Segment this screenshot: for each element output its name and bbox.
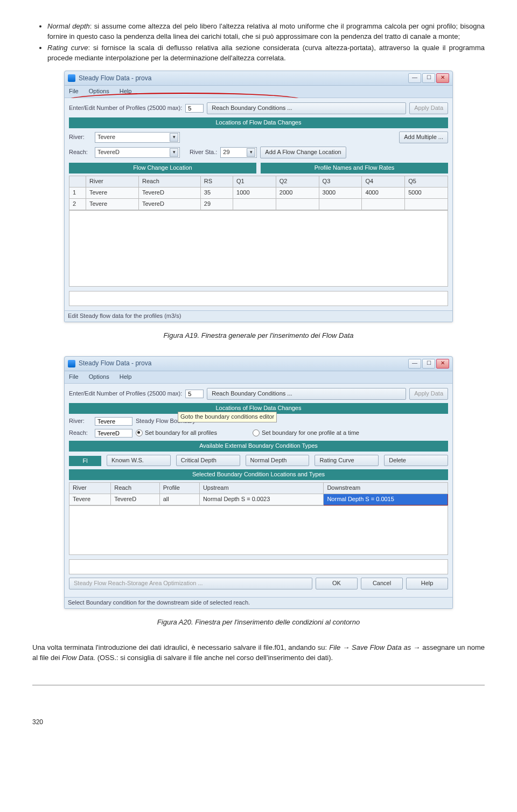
fig19-caption: Figura A19. Finestra generale per l'inse… <box>32 331 485 341</box>
river-label: River: <box>69 417 92 426</box>
page-number: 320 <box>32 718 485 727</box>
reach-value: TevereD <box>97 148 170 157</box>
profiles-label: Enter/Edit Number of Profiles (25000 max… <box>69 390 182 398</box>
maximize-button[interactable]: ☐ <box>422 359 435 369</box>
table-row[interactable]: 1 Tevere TevereD 35 1000 2000 3000 4000 … <box>69 188 448 199</box>
window-title: Steady Flow Data - prova <box>79 359 408 368</box>
window-title: Steady Flow Data - prova <box>79 74 408 83</box>
menu-help[interactable]: Help <box>120 373 132 380</box>
delete-button[interactable]: Delete <box>384 455 448 467</box>
col-reach: Reach <box>111 483 160 494</box>
table-row[interactable]: 2 Tevere TevereD 29 <box>69 199 448 210</box>
table-row[interactable]: Tevere TevereD all Normal Depth S = 0.00… <box>69 494 448 505</box>
col-upstream: Upstream <box>199 483 324 494</box>
empty-grid-area <box>69 505 448 555</box>
col-downstream: Downstream <box>324 483 448 494</box>
col-river: River <box>86 176 139 188</box>
downstream-cell-selected[interactable]: Normal Depth S = 0.0015 <box>324 494 448 505</box>
fig20-caption: Figura A20. Finestra per l'inserimento d… <box>32 617 485 628</box>
col-q4: Q4 <box>362 176 405 188</box>
radio-all-profiles[interactable]: Set boundary for all profiles <box>136 429 217 438</box>
app-icon <box>68 360 75 367</box>
menu-options[interactable]: Options <box>89 373 109 380</box>
col-river: River <box>69 483 111 494</box>
col-profile: Profile <box>159 483 199 494</box>
storage-opt-button[interactable]: Steady Flow Reach-Storage Area Optimizat… <box>69 578 312 589</box>
bullet-item: Rating curve: si fornisce la scala di de… <box>47 43 485 64</box>
radio-icon <box>136 429 143 436</box>
radio-one-profile[interactable]: Set boundary for one profile at a time <box>253 429 359 438</box>
bullet-lead: Rating curve <box>47 44 88 52</box>
chevron-down-icon: ▾ <box>170 133 178 142</box>
reach-label: Reach: <box>69 148 92 157</box>
reach-field[interactable] <box>95 429 132 438</box>
footer-rule <box>32 685 485 685</box>
flow-table[interactable]: River Reach RS Q1 Q2 Q3 Q4 Q5 1 Tevere T… <box>69 176 448 210</box>
col-q5: Q5 <box>405 176 448 188</box>
profiles-input[interactable] <box>185 390 204 398</box>
table-header-row: River Reach Profile Upstream Downstream <box>69 483 448 494</box>
bc-table[interactable]: River Reach Profile Upstream Downstream … <box>69 482 448 505</box>
window-fig20: Steady Flow Data - prova — ☐ ✕ File Opti… <box>64 356 453 609</box>
title-bar: Steady Flow Data - prova — ☐ ✕ <box>65 71 452 86</box>
close-button[interactable]: ✕ <box>436 359 449 369</box>
riversta-value: 29 <box>223 148 247 157</box>
col-rs: RS <box>200 176 233 188</box>
menu-bar: File Options Help <box>65 86 452 98</box>
flow-change-banner: Flow Change Location <box>69 163 256 173</box>
menu-file[interactable]: File <box>69 373 79 380</box>
apply-data-button[interactable]: Apply Data <box>409 388 448 400</box>
reach-bc-button[interactable]: Reach Boundary Conditions ... <box>207 388 406 400</box>
status-bar: Edit Steady flow data for the profiles (… <box>65 310 452 322</box>
col-q1: Q1 <box>233 176 276 188</box>
profiles-label: Enter/Edit Number of Profiles (25000 max… <box>69 104 182 113</box>
riversta-label: River Sta.: <box>190 148 217 157</box>
col-blank <box>69 176 86 188</box>
window-fig19: Steady Flow Data - prova — ☐ ✕ File Opti… <box>64 71 453 322</box>
chevron-down-icon: ▾ <box>170 148 178 157</box>
apply-data-button[interactable]: Apply Data <box>409 102 448 114</box>
close-button[interactable]: ✕ <box>436 73 449 83</box>
lower-whitearea <box>69 291 448 306</box>
bullet-item: Normal depth: si assume come altezza del… <box>47 22 485 42</box>
lower-whitearea <box>69 559 448 574</box>
profiles-input[interactable] <box>185 104 204 113</box>
river-dropdown[interactable]: Tevere ▾ <box>95 132 180 143</box>
table-header-row: River Reach RS Q1 Q2 Q3 Q4 Q5 <box>69 176 448 188</box>
menu-file[interactable]: File <box>69 88 79 94</box>
ok-button[interactable]: OK <box>316 578 358 589</box>
bullet-list: Normal depth: si assume come altezza del… <box>32 22 485 63</box>
bullet-text: : si fornisce la scala di deflusso relat… <box>47 44 485 62</box>
locations-banner: Locations of Flow Data Changes <box>69 117 448 128</box>
selected-bc-banner: Selected Boundary Condition Locations an… <box>69 469 448 480</box>
bullet-text: : si assume come altezza del pelo libero… <box>47 22 485 40</box>
maximize-button[interactable]: ☐ <box>422 73 435 83</box>
critical-depth-button[interactable]: Critical Depth <box>176 455 240 467</box>
river-field[interactable] <box>95 417 132 426</box>
add-flow-change-button[interactable]: Add A Flow Change Location <box>260 147 346 158</box>
help-button[interactable]: Help <box>406 578 448 589</box>
minimize-button[interactable]: — <box>408 359 421 369</box>
bullet-lead: Normal depth <box>47 22 90 30</box>
cancel-button[interactable]: Cancel <box>361 578 403 589</box>
chevron-down-icon: ▾ <box>247 148 255 157</box>
minimize-button[interactable]: — <box>408 73 421 83</box>
menu-options[interactable]: Options <box>89 88 109 94</box>
left-stub: Fl <box>69 456 101 467</box>
col-q2: Q2 <box>276 176 319 188</box>
reach-dropdown[interactable]: TevereD ▾ <box>95 147 180 158</box>
known-ws-button[interactable]: Known W.S. <box>107 455 171 467</box>
riversta-dropdown[interactable]: 29 ▾ <box>220 147 257 158</box>
col-q3: Q3 <box>319 176 362 188</box>
col-reach: Reach <box>138 176 200 188</box>
river-label: River: <box>69 133 92 142</box>
normal-depth-button[interactable]: Normal Depth <box>246 455 310 467</box>
river-value: Tevere <box>97 133 170 142</box>
reach-bc-button[interactable]: Reach Boundary Conditions ... <box>207 102 406 114</box>
status-bar: Select Boundary condition for the downst… <box>65 597 452 608</box>
rating-curve-button[interactable]: Rating Curve <box>315 455 379 467</box>
avail-bc-banner: Available External Boundary Condition Ty… <box>69 441 448 452</box>
app-icon <box>68 74 75 82</box>
add-multiple-button[interactable]: Add Multiple ... <box>399 131 448 143</box>
menu-help[interactable]: Help <box>120 88 132 94</box>
